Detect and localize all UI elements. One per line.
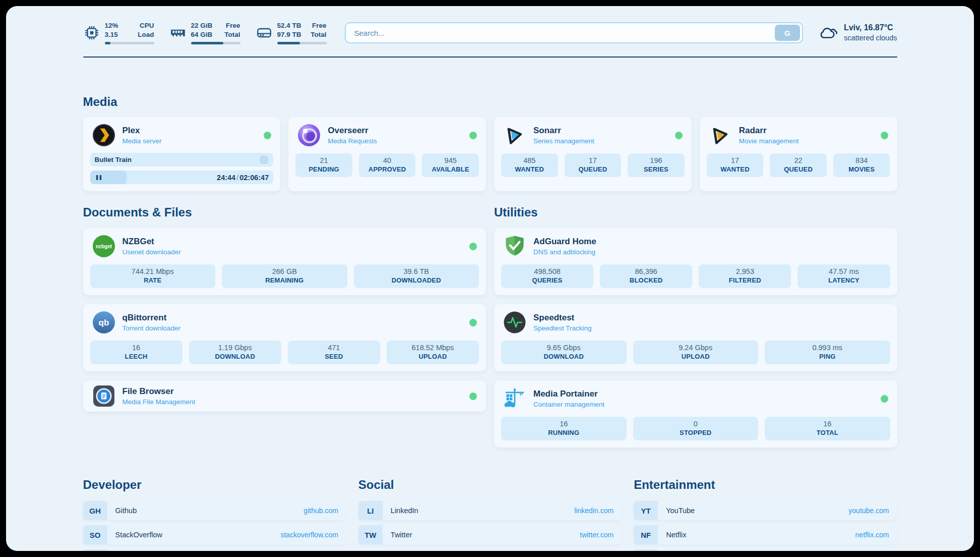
- svg-text:nzbget: nzbget: [95, 244, 112, 249]
- service-titles: RadarrMovie management: [739, 126, 799, 145]
- ram-free-value: 22 GiB: [191, 21, 213, 30]
- online-status-dot: [469, 132, 477, 139]
- link-row-list: YTYouTubeyoutube.comNFNetflixnetflix.com…: [634, 501, 897, 551]
- service-stat-row: 485WANTED17QUEUED196SERIES: [501, 153, 685, 177]
- overseerr-icon: [297, 124, 321, 147]
- stat-label: DOWNLOAD: [503, 353, 625, 360]
- stat-label: RATE: [92, 276, 214, 284]
- stat-label: MOVIES: [835, 165, 888, 173]
- service-card-header: SonarrSeries management: [501, 124, 685, 147]
- link-section-developer: DeveloperGHGithubgithub.comSOStackOverfl…: [83, 478, 346, 551]
- stat-box-upload: 618.52 MbpsUPLOAD: [387, 341, 479, 364]
- stat-box-total: 16TOTAL: [765, 417, 890, 440]
- link-row-stackoverflow[interactable]: SOStackOverflowstackoverflow.com: [83, 525, 346, 544]
- cpu-progress-fill: [105, 42, 111, 44]
- stat-box-stopped: 0STOPPED: [633, 417, 759, 440]
- stat-value: 47.57 ms: [800, 267, 888, 275]
- service-card-plex[interactable]: PlexMedia serverBullet Train24:44/02:06:…: [83, 117, 281, 191]
- stat-value: 9.24 Gbps: [635, 344, 757, 352]
- stat-label: AVAILABLE: [424, 165, 477, 173]
- link-name: StackOverflow: [115, 531, 162, 539]
- service-card-adguard[interactable]: AdGuard HomeDNS and adblocking498,508QUE…: [494, 228, 897, 295]
- ram-free-label: Free: [226, 21, 240, 30]
- service-card-portainer[interactable]: Media PortainerContainer management16RUN…: [494, 380, 897, 448]
- online-status-dot: [881, 132, 888, 139]
- stat-label: SERIES: [630, 165, 683, 173]
- stat-value: 40: [361, 156, 414, 164]
- stat-label: WANTED: [503, 165, 556, 173]
- stat-value: 39.6 TB: [356, 267, 477, 275]
- disk-total-label: Total: [311, 30, 326, 39]
- service-subtitle: DNS and adblocking: [533, 248, 596, 256]
- dashboard-window: 12% CPU 3.15 Load 22 GiB: [6, 6, 974, 551]
- stat-box-latency: 47.57 msLATENCY: [798, 264, 890, 288]
- service-card-radarr[interactable]: RadarrMovie management17WANTED22QUEUED83…: [700, 117, 897, 191]
- link-abbreviation-badge: LI: [358, 501, 383, 520]
- link-row-linkedin[interactable]: LILinkedInlinkedin.com: [358, 501, 622, 520]
- service-card-filebrowser[interactable]: File BrowserMedia File Management: [83, 380, 486, 412]
- link-row-dev[interactable]: DTDEVdev.to: [83, 549, 346, 551]
- stat-label: RUNNING: [503, 429, 625, 436]
- stat-value: 21: [297, 156, 350, 164]
- player-settings-icon[interactable]: [259, 155, 269, 164]
- service-card-header: Media PortainerContainer management: [501, 387, 890, 410]
- stat-label: LATENCY: [800, 276, 888, 284]
- cpu-progress-track: [105, 42, 154, 44]
- online-status-dot: [469, 393, 477, 400]
- service-stat-row: 9.65 GbpsDOWNLOAD9.24 GbpsUPLOAD0.993 ms…: [501, 341, 890, 364]
- service-card-speedtest[interactable]: SpeedtestSpeedtest Tracking9.65 GbpsDOWN…: [494, 304, 897, 371]
- speedtest-icon: [503, 311, 526, 334]
- stat-box-queued: 22QUEUED: [770, 153, 827, 177]
- service-card-overseerr[interactable]: OverseerrMedia Requests21PENDING40APPROV…: [288, 117, 486, 191]
- search-bar[interactable]: G: [345, 22, 803, 43]
- service-subtitle: Speedtest Tracking: [533, 324, 592, 332]
- pause-icon[interactable]: [95, 174, 103, 182]
- stat-label: DOWNLOADED: [356, 276, 477, 284]
- disk-free-value: 52.4 TB: [277, 21, 301, 30]
- stat-box-download: 9.65 GbpsDOWNLOAD: [501, 341, 627, 364]
- stat-value: 266 GB: [224, 267, 345, 275]
- service-titles: qBittorrentTorrent downloader: [122, 313, 181, 332]
- link-row-netflix[interactable]: NFNetflixnetflix.com: [634, 525, 897, 544]
- link-section-entertainment: EntertainmentYTYouTubeyoutube.comNFNetfl…: [634, 478, 897, 551]
- link-row-youtube[interactable]: YTYouTubeyoutube.com: [634, 501, 897, 520]
- stat-label: WANTED: [709, 165, 762, 173]
- ram-progress-fill: [191, 42, 224, 44]
- disk-free-label: Free: [312, 21, 327, 30]
- stat-value: 9.65 Gbps: [503, 344, 625, 352]
- service-titles: OverseerrMedia Requests: [328, 126, 377, 145]
- service-card-sonarr[interactable]: SonarrSeries management485WANTED17QUEUED…: [494, 117, 692, 191]
- stat-value: 16: [767, 420, 888, 428]
- nzbget-icon: nzbget: [92, 235, 115, 258]
- stat-value: 498,508: [503, 267, 591, 275]
- link-url: stackoverflow.com: [280, 531, 338, 539]
- search-engine-button[interactable]: G: [775, 25, 800, 41]
- service-subtitle: Media File Management: [122, 398, 196, 406]
- link-row-reddit[interactable]: RERedditreddit.com: [634, 549, 897, 551]
- service-stat-row: 21PENDING40APPROVED945AVAILABLE: [295, 153, 479, 177]
- service-titles: SpeedtestSpeedtest Tracking: [533, 313, 592, 332]
- stat-label: FILTERED: [701, 276, 789, 284]
- service-titles: File BrowserMedia File Management: [122, 386, 196, 406]
- plex-icon: [92, 124, 115, 147]
- stat-label: DOWNLOAD: [191, 353, 279, 360]
- sonarr-icon: [503, 124, 526, 147]
- stat-box-available: 945AVAILABLE: [422, 153, 479, 177]
- service-card-qbittorrent[interactable]: qbqBittorrentTorrent downloader16LEECH1.…: [83, 304, 486, 371]
- stat-value: 16: [92, 344, 180, 352]
- service-stat-row: 16LEECH1.19 GbpsDOWNLOAD471SEED618.52 Mb…: [90, 341, 479, 364]
- stat-label: STOPPED: [635, 429, 757, 436]
- svg-text:qb: qb: [98, 318, 109, 327]
- link-section-heading: Developer: [83, 478, 346, 492]
- service-title: Speedtest: [533, 313, 592, 323]
- link-row-twitter[interactable]: TWTwittertwitter.com: [358, 525, 622, 544]
- cpu-load-value: 3.15: [105, 30, 118, 39]
- search-input[interactable]: [348, 29, 775, 37]
- utilities-card-stack: AdGuard HomeDNS and adblocking498,508QUE…: [494, 228, 897, 448]
- service-title: Media Portainer: [533, 389, 604, 399]
- service-subtitle: Movie management: [739, 137, 799, 145]
- service-card-nzbget[interactable]: nzbgetNZBGetUsenet downloader744.21 Mbps…: [83, 228, 486, 295]
- link-row-github[interactable]: GHGithubgithub.com: [83, 501, 346, 520]
- stat-value: 485: [503, 156, 556, 164]
- weather-location: Lviv, 16.87°C: [844, 23, 897, 33]
